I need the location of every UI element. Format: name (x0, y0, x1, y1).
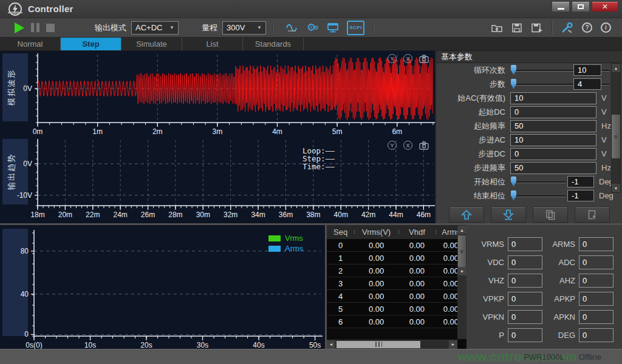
waveform-chart-canvas[interactable]: 模拟波形0m1m2m3m4m5m6m0V (0, 51, 436, 136)
output-mode-select[interactable]: AC+DC ▼ (131, 21, 179, 35)
minimize-button[interactable] (552, 1, 570, 12)
param-value-box[interactable]: 10 (573, 64, 601, 76)
column-header[interactable]: Vhdf (398, 228, 436, 237)
save-as-button[interactable] (531, 21, 543, 35)
meter-value-field[interactable]: 0 (579, 310, 613, 324)
slider-thumb[interactable] (511, 65, 516, 75)
meter-value-field[interactable]: 0 (508, 255, 542, 269)
reset-y-zoom-icon[interactable]: Y (388, 54, 397, 63)
params-scrollbar[interactable]: ▲ ≡ ▼ (611, 63, 621, 193)
meter-value-field[interactable]: 0 (579, 255, 613, 269)
meter-value-field[interactable]: 0 (508, 328, 542, 342)
range-select[interactable]: 300V ▼ (222, 21, 266, 35)
tab-standards[interactable]: Standards (243, 38, 304, 50)
maximize-button[interactable] (572, 1, 590, 12)
param-phase-slider[interactable] (510, 176, 566, 188)
camera-snapshot-icon[interactable] (419, 55, 429, 63)
trend-chart-canvas[interactable]: 输出趋势18m20m22m24m26m28m30m32m34m36m38m40m… (0, 136, 436, 223)
open-file-button[interactable] (491, 21, 503, 35)
meter-value-field[interactable]: 0 (508, 274, 542, 288)
param-value-box[interactable]: 4 (573, 78, 601, 90)
scrollbar-thumb[interactable] (337, 341, 420, 348)
table-row[interactable]: 20.000.000.00 (327, 265, 466, 277)
param-input-3[interactable] (510, 106, 596, 118)
scrollbar-thumb[interactable]: ≡ (458, 235, 466, 267)
scroll-right-icon[interactable]: ► (449, 340, 457, 349)
table-cell: 0.00 (398, 305, 436, 314)
help-button[interactable]: ? (582, 22, 592, 33)
scrollbar-thumb[interactable]: ≡ (612, 115, 620, 158)
param-unit: Hz (601, 121, 611, 130)
table-hscrollbar[interactable]: ◄ ► (327, 339, 457, 349)
camera-snapshot-icon[interactable] (419, 141, 429, 150)
tab-step[interactable]: Step (61, 38, 121, 50)
charts-column: 模拟波形0m1m2m3m4m5m6m0V Y X 输出趋势18m20m22m24… (0, 51, 436, 223)
legend-label: Arms (285, 244, 303, 253)
meter-value-field[interactable]: 0 (579, 274, 613, 288)
reset-y-zoom-icon[interactable]: Y (388, 141, 397, 150)
reset-x-zoom-icon[interactable]: X (403, 141, 412, 150)
meter-value-field[interactable]: 0 (579, 237, 613, 251)
export-sequence-button[interactable] (575, 206, 610, 223)
table-row[interactable]: 40.000.000.00 (327, 290, 466, 303)
table-row[interactable]: 50.000.000.00 (327, 303, 466, 315)
pause-icon (31, 23, 34, 32)
run-button[interactable] (15, 21, 24, 35)
param-row: 起始DCV (436, 105, 622, 119)
close-button[interactable]: ✕ (592, 1, 618, 12)
param-input-5[interactable] (510, 134, 596, 146)
meter-value-field[interactable]: 0 (579, 328, 613, 342)
param-value-box[interactable]: -1 (567, 190, 594, 201)
copy-sequence-button[interactable] (533, 206, 568, 223)
param-label: 开始相位 (436, 177, 505, 187)
param-input-4[interactable] (510, 120, 596, 132)
move-up-button[interactable] (449, 206, 484, 223)
settings-button[interactable]: ⚙⚙ (307, 21, 319, 35)
pause-button[interactable] (31, 21, 39, 35)
column-header[interactable]: Vrms(V) (354, 228, 398, 237)
param-input-6[interactable] (510, 148, 596, 160)
move-down-button[interactable] (491, 206, 526, 223)
param-phase-slider[interactable] (510, 190, 566, 202)
param-slider[interactable]: 4 (510, 78, 610, 90)
meter-value-field[interactable]: 0 (508, 292, 542, 306)
param-input-7[interactable] (510, 162, 596, 174)
scroll-left-icon[interactable]: ◄ (327, 340, 335, 349)
meter-value-field[interactable]: 0 (508, 310, 542, 324)
param-label: 步数 (436, 79, 505, 90)
param-input-2[interactable] (510, 92, 596, 104)
tab-list[interactable]: List (182, 38, 243, 50)
meter-value-field[interactable]: 0 (508, 237, 542, 251)
scroll-up-icon[interactable]: ▲ (458, 226, 466, 234)
column-header[interactable]: Seq (327, 228, 354, 237)
info-button[interactable]: i (601, 22, 611, 33)
display-button[interactable] (327, 21, 339, 35)
scpi-button[interactable]: SCPI (347, 21, 364, 35)
table-row[interactable]: 60.000.000.00 (327, 315, 466, 328)
tab-normal[interactable]: Normal (0, 38, 61, 50)
meter-value-field[interactable]: 0 (579, 292, 613, 306)
table-vscrollbar[interactable]: ▲ ≡ ▼ (457, 226, 466, 339)
table-row[interactable]: 10.000.000.00 (327, 252, 466, 265)
slider-thumb[interactable] (511, 177, 516, 187)
save-icon (511, 23, 522, 33)
table-row[interactable]: 00.000.000.00 (327, 239, 466, 252)
reset-x-zoom-icon[interactable]: X (403, 54, 412, 63)
tab-simulate[interactable]: Simulate (121, 38, 182, 50)
waveform-button[interactable] (285, 21, 299, 35)
save-button[interactable] (511, 21, 522, 35)
svg-text:46m: 46m (417, 211, 431, 219)
param-value-box[interactable]: -1 (567, 176, 594, 187)
slider-thumb[interactable] (511, 79, 516, 89)
stop-button[interactable] (46, 21, 55, 35)
param-unit: V (601, 107, 607, 116)
scroll-down-icon[interactable]: ▼ (612, 184, 620, 192)
tools-button[interactable] (561, 21, 573, 35)
scroll-down-icon[interactable]: ▼ (458, 267, 466, 275)
param-row: 结束相位-1Deg (436, 189, 622, 203)
svg-text:28m: 28m (168, 211, 182, 219)
param-slider[interactable]: 10 (510, 64, 610, 76)
scroll-up-icon[interactable]: ▲ (612, 64, 620, 72)
table-row[interactable]: 30.000.000.00 (327, 277, 466, 290)
slider-thumb[interactable] (511, 190, 516, 201)
